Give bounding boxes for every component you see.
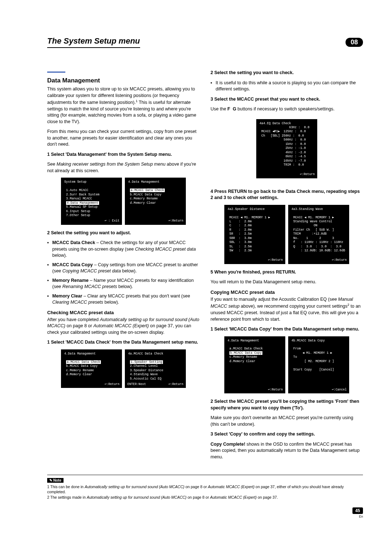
body-text: Copy Complete! shows in the OSD to confi… xyxy=(211,441,363,461)
left-column: Data Management This system allows you t… xyxy=(47,70,200,464)
page-number: 45 xyxy=(352,507,363,514)
osd-data-management: 4.Data Management a.MCACC Data Check b.M… xyxy=(61,349,122,388)
step: 5 When you're finished, press RETURN. xyxy=(211,269,363,276)
body-text: This system allows you to store up to si… xyxy=(47,86,200,125)
list-item: It is useful to do this while a source i… xyxy=(216,80,363,93)
step: 3 Select 'Copy' to confirm and copy the … xyxy=(211,431,363,438)
list-item: MCACC Data Copy – Copy settings from one… xyxy=(52,262,200,275)
subheading: Copying MCACC preset data xyxy=(211,289,363,296)
step: 1 Select 'MCACC Data Check' from the Dat… xyxy=(47,339,200,346)
title-underline xyxy=(47,47,140,48)
notes-section: Note 1 This can be done in Automatically… xyxy=(47,475,363,500)
osd-eq-data: 4a4.EQ Data Check 63Hz : 0.0 MCACC ◀M1▶ … xyxy=(256,119,317,178)
body-text: If you want to manually adjust the Acous… xyxy=(211,296,363,323)
list-item: MCACC Data Check – Check the settings fo… xyxy=(52,240,200,259)
subheading: Checking MCACC preset data xyxy=(47,309,200,316)
footnote: 2 The settings made in Automatically set… xyxy=(47,495,363,500)
step: 2 Select the setting you want to check. xyxy=(211,70,363,76)
osd-data-check: 4a.MCACC Data Check 1.Speaker Setting 2.… xyxy=(125,349,186,388)
step: 1 Select 'MCACC Data Copy' from the Data… xyxy=(211,326,363,333)
chapter-badge: 08 xyxy=(346,38,363,47)
step: 2 Select the setting you want to adjust. xyxy=(47,230,200,236)
footnote: 1 This can be done in Automatically sett… xyxy=(47,484,363,494)
chapter-title: The System Setup menu xyxy=(47,36,140,46)
right-column: 2 Select the setting you want to check. … xyxy=(211,70,363,464)
accent-bar xyxy=(47,72,65,73)
step: 3 Select the MCACC preset that you want … xyxy=(211,96,363,103)
step: 2 Select the MCACC preset you'll be copy… xyxy=(211,398,363,411)
body-text: From this menu you can check your curren… xyxy=(47,129,200,148)
list-item: Memory Clear – Clear any MCACC presets t… xyxy=(52,293,200,306)
step: 4 Press RETURN to go back to the Data Ch… xyxy=(211,189,363,201)
page-lang: En xyxy=(47,515,363,518)
body-text: You will return to the Data Management s… xyxy=(211,279,363,285)
osd-standing-wave: 4a3.Standing Wave MCACC ◀ M1. MEMORY 1 ▶… xyxy=(288,205,349,264)
osd-system-setup: System Setup 1.Auto MCACC 2.Surr Back Sy… xyxy=(61,178,122,224)
body-text: See Making receiver settings from the Sy… xyxy=(47,161,200,174)
osd-data-management: 4.Data Management a.MCACC Data Check b.M… xyxy=(125,178,186,224)
step: 1 Select 'Data Management' from the Syst… xyxy=(47,151,200,158)
body-text: Make sure you don't overwrite an MCACC p… xyxy=(211,415,363,428)
section-heading: Data Management xyxy=(47,76,200,85)
body-text: After you have completed Automatically s… xyxy=(47,317,200,336)
note-label: Note xyxy=(47,478,64,483)
osd-data-copy: 4b.MCACC Data Copy From ◀ M1. MEMORY 1 ▶… xyxy=(288,336,349,394)
list-item: Memory Rename – Name your MCACC presets … xyxy=(52,278,200,290)
osd-data-management: 4.Data Management a.MCACC Data Check b.M… xyxy=(224,336,285,394)
osd-speaker-distance: 4a2.Speaker Distance MCACC ◀ M1. MEMORY … xyxy=(224,205,285,264)
body-text: Use the F G buttons if necessary to swit… xyxy=(211,106,363,113)
